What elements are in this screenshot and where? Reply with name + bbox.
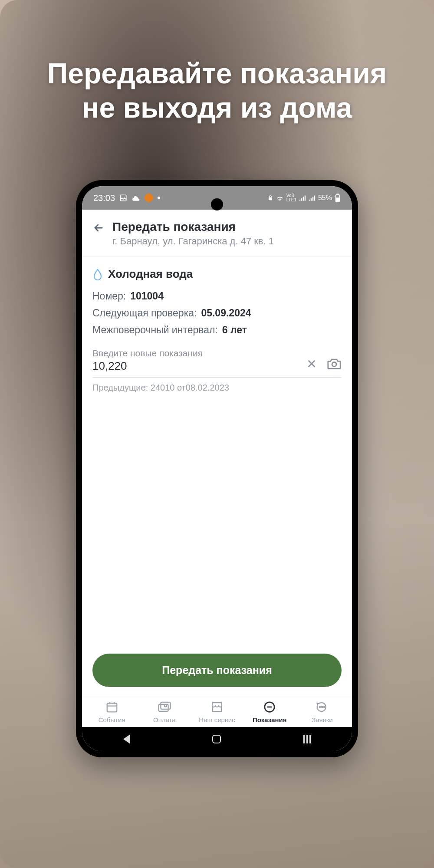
section-title: Холодная вода [108, 267, 193, 281]
water-drop-icon [92, 268, 103, 280]
svg-rect-6 [107, 703, 117, 712]
interval-value: 6 лет [222, 324, 247, 336]
next-check-value: 05.09.2024 [201, 307, 251, 319]
phone-screen: 23:03 VoBLTE1 [82, 186, 352, 751]
nav-requests[interactable]: Заявки [296, 700, 349, 723]
svg-rect-4 [336, 198, 339, 201]
network-label: VoBLTE1 [286, 194, 296, 202]
store-icon [210, 700, 224, 714]
nav-label: События [99, 716, 125, 723]
lock-icon [267, 194, 273, 201]
payment-icon [158, 700, 171, 714]
battery-icon [335, 194, 341, 202]
submit-button[interactable]: Передать показания [92, 654, 342, 687]
chat-icon [316, 700, 329, 714]
promo-line-1: Передавайте показания [47, 57, 387, 89]
promo-line-2: не выходя из дома [82, 92, 352, 124]
status-right: VoBLTE1 55% [267, 194, 341, 202]
meter-number-row: Номер: 101004 [92, 290, 342, 302]
reading-input[interactable]: Введите новые показания 10,220 [92, 348, 298, 373]
svg-point-12 [322, 707, 323, 708]
svg-point-11 [319, 707, 321, 708]
svg-point-9 [164, 704, 167, 707]
interval-label: Межповерочный интервал: [92, 324, 218, 336]
nav-events[interactable]: События [85, 700, 138, 723]
promo-headline: Передавайте показания не выходя из дома [0, 56, 434, 125]
interval-row: Межповерочный интервал: 6 лет [92, 324, 342, 336]
clear-icon[interactable] [306, 358, 317, 369]
previous-reading: Предыдущие: 24010 от08.02.2023 [92, 383, 342, 393]
header-text: Передать показания г. Барнаул, ул. Гагар… [112, 220, 342, 247]
svg-point-5 [332, 362, 336, 366]
next-check-row: Следующая проверка: 05.09.2024 [92, 307, 342, 319]
svg-rect-0 [120, 195, 126, 201]
meter-number-label: Номер: [92, 290, 126, 302]
nav-label: Оплата [153, 716, 176, 723]
nav-label: Наш сервис [199, 716, 235, 723]
next-check-label: Следующая проверка: [92, 307, 197, 319]
svg-rect-3 [337, 194, 339, 195]
camera-icon[interactable] [327, 357, 342, 370]
reading-input-value: 10,220 [92, 359, 298, 373]
cloud-icon [132, 195, 140, 201]
bottom-nav: События Оплата Наш сервис Показания [82, 695, 352, 727]
meter-icon [263, 700, 276, 714]
meter-number-value: 101004 [130, 290, 164, 302]
page-subtitle: г. Барнаул, ул. Гагаринска д. 47 кв. 1 [112, 236, 342, 247]
wifi-icon [276, 195, 284, 201]
app-header: Передать показания г. Барнаул, ул. Гагар… [82, 210, 352, 257]
status-time: 23:03 [93, 193, 115, 203]
nav-label: Заявки [312, 716, 332, 723]
nav-payment[interactable]: Оплата [138, 700, 191, 723]
svg-rect-8 [161, 702, 170, 709]
status-dot-icon [158, 197, 160, 199]
system-recent-icon[interactable] [303, 735, 311, 743]
calendar-icon [105, 700, 118, 714]
svg-point-13 [324, 707, 325, 708]
system-home-icon[interactable] [212, 735, 221, 743]
system-nav-bar [82, 727, 352, 751]
page-title: Передать показания [112, 220, 342, 234]
svg-rect-1 [269, 197, 272, 200]
orange-indicator-icon [145, 194, 153, 202]
phone-frame: 23:03 VoBLTE1 [76, 180, 358, 757]
nav-service[interactable]: Наш сервис [191, 700, 243, 723]
status-left: 23:03 [93, 193, 160, 203]
cold-water-section-header: Холодная вода [92, 267, 342, 281]
reading-input-label: Введите новые показания [92, 348, 298, 358]
system-back-icon[interactable] [123, 734, 130, 744]
signal-icon-2 [309, 195, 316, 201]
nav-readings[interactable]: Показания [243, 700, 296, 723]
content-area: Холодная вода Номер: 101004 Следующая пр… [82, 257, 352, 654]
image-icon [119, 194, 127, 202]
back-arrow-icon[interactable] [92, 222, 105, 234]
battery-text: 55% [318, 194, 332, 202]
signal-icon [299, 195, 306, 201]
reading-input-block: Введите новые показания 10,220 [92, 348, 342, 378]
nav-label: Показания [253, 716, 287, 723]
camera-notch [211, 198, 223, 210]
